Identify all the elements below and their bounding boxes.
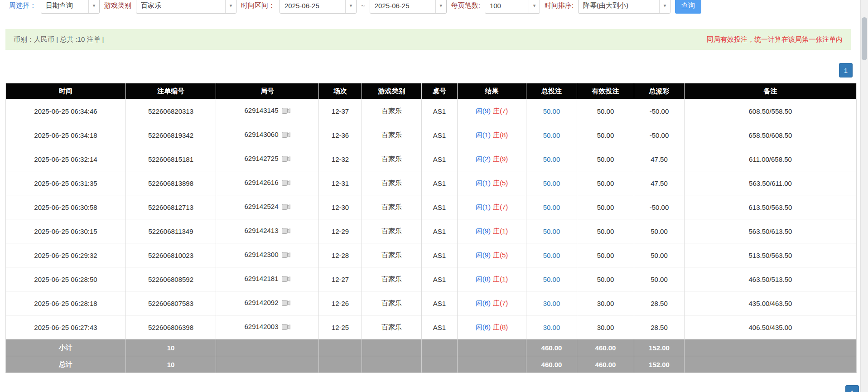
- video-replay-icon[interactable]: [282, 203, 290, 212]
- subtotal-total-bet: 460.00: [526, 339, 577, 356]
- table-row: 2025-06-25 06:32:14 522606815181 6291427…: [6, 147, 857, 171]
- cell-time: 2025-06-25 06:29:32: [6, 243, 126, 267]
- cell-payout: 47.50: [634, 147, 685, 171]
- video-replay-icon[interactable]: [282, 107, 290, 116]
- total-bet-link[interactable]: 50.00: [543, 203, 560, 211]
- empty-cell: [422, 356, 458, 373]
- video-replay-icon[interactable]: [282, 131, 290, 140]
- column-header-remark: 备注: [685, 83, 857, 99]
- total-count: 10: [126, 356, 216, 373]
- total-valid-bet: 460.00: [577, 356, 634, 373]
- cell-bet-id: 522606813898: [126, 171, 216, 195]
- page-size-select[interactable]: 100 ▾: [485, 0, 540, 14]
- video-replay-icon[interactable]: [282, 324, 290, 332]
- search-button[interactable]: 查询: [675, 0, 701, 14]
- cell-bet-id: 522606812713: [126, 195, 216, 219]
- video-replay-icon[interactable]: [282, 155, 290, 164]
- page-1-button-bottom[interactable]: 1: [845, 385, 859, 392]
- player-result: 闲(6): [476, 299, 491, 307]
- date-to-select[interactable]: 2025-06-25 ▾: [370, 0, 447, 14]
- vertical-scrollbar[interactable]: [860, 0, 868, 392]
- banker-result: 庄(1): [493, 275, 508, 283]
- cell-table-no: AS1: [422, 243, 458, 267]
- cell-table-no: AS1: [422, 171, 458, 195]
- banker-result: 庄(7): [493, 203, 508, 211]
- subtotal-row: 小计 10 460.00 460.00 152.00: [6, 339, 857, 356]
- cell-total-bet: 50.00: [526, 147, 577, 171]
- total-bet-link[interactable]: 50.00: [543, 227, 560, 235]
- total-total-bet: 460.00: [526, 356, 577, 373]
- total-bet-link[interactable]: 50.00: [543, 131, 560, 139]
- cell-bet-id: 522606820313: [126, 99, 216, 123]
- video-replay-icon[interactable]: [282, 252, 290, 260]
- cell-payout: 50.00: [634, 267, 685, 291]
- cell-time: 2025-06-25 06:28:50: [6, 267, 126, 291]
- cell-remark: 613.50/563.50: [685, 195, 857, 219]
- column-header-time: 时间: [6, 83, 126, 99]
- video-replay-icon[interactable]: [282, 227, 290, 236]
- time-sort-select[interactable]: 降幂(由大到小) ▾: [578, 0, 670, 14]
- table-row: 2025-06-25 06:27:43 522606806398 6291420…: [6, 315, 857, 339]
- cell-total-bet: 30.00: [526, 315, 577, 339]
- total-bet-link[interactable]: 50.00: [543, 276, 560, 283]
- total-bet-link[interactable]: 50.00: [543, 155, 560, 163]
- table-header-row: 时间 注单编号 局号 场次 游戏类别 桌号 结果 总投注 有效投注 总派彩 备注: [6, 83, 857, 99]
- cell-remark: 563.50/613.50: [685, 219, 857, 243]
- cell-total-bet: 50.00: [526, 99, 577, 123]
- total-bet-link[interactable]: 50.00: [543, 107, 560, 115]
- player-result: 闲(1): [476, 131, 491, 139]
- cell-total-bet: 50.00: [526, 267, 577, 291]
- cell-session: 12-37: [319, 99, 362, 123]
- table-row: 2025-06-25 06:28:18 522606807583 6291420…: [6, 291, 857, 315]
- cell-payout: 28.50: [634, 315, 685, 339]
- cell-round-id: 629142300: [216, 243, 319, 267]
- round-id-text: 629142524: [244, 203, 278, 210]
- column-header-game-type: 游戏类别: [362, 83, 422, 99]
- date-from-select[interactable]: 2025-06-25 ▾: [280, 0, 357, 14]
- video-replay-icon[interactable]: [282, 300, 290, 308]
- player-result: 闲(6): [476, 323, 491, 331]
- cell-time: 2025-06-25 06:27:43: [6, 315, 126, 339]
- cell-table-no: AS1: [422, 267, 458, 291]
- player-result: 闲(9): [476, 251, 491, 259]
- video-replay-icon[interactable]: [282, 179, 290, 188]
- cell-table-no: AS1: [422, 315, 458, 339]
- cell-bet-id: 522606815181: [126, 147, 216, 171]
- cell-round-id: 629142413: [216, 219, 319, 243]
- cell-table-no: AS1: [422, 291, 458, 315]
- cell-payout: 50.00: [634, 219, 685, 243]
- cell-result: 闲(1)庄(5): [458, 171, 526, 195]
- round-id-text: 629142092: [244, 299, 278, 306]
- total-bet-link[interactable]: 50.00: [543, 179, 560, 187]
- empty-cell: [685, 356, 857, 373]
- player-result: 闲(2): [476, 155, 491, 163]
- cell-session: 12-25: [319, 315, 362, 339]
- cell-table-no: AS1: [422, 195, 458, 219]
- chevron-down-icon: ▾: [345, 0, 356, 13]
- empty-cell: [458, 339, 526, 356]
- cell-bet-id: 522606811349: [126, 219, 216, 243]
- scrollbar-thumb[interactable]: [862, 17, 867, 60]
- cell-remark: 611.00/658.50: [685, 147, 857, 171]
- cell-round-id: 629142725: [216, 147, 319, 171]
- page-size-value: 100: [490, 2, 501, 10]
- cell-session: 12-32: [319, 147, 362, 171]
- cell-result: 闲(1)庄(7): [458, 195, 526, 219]
- total-bet-link[interactable]: 30.00: [543, 324, 560, 331]
- total-bet-link[interactable]: 30.00: [543, 300, 560, 307]
- chevron-down-icon: ▾: [88, 0, 99, 13]
- summary-bar: 币别：人民币 | 总共 :10 注单 | 同局有效投注，统一计算在该局第一张注单…: [5, 29, 851, 50]
- round-id-text: 629142181: [244, 275, 278, 282]
- total-bet-link[interactable]: 50.00: [543, 252, 560, 259]
- query-type-select[interactable]: 日期查询 ▾: [41, 0, 100, 14]
- game-category-select[interactable]: 百家乐 ▾: [136, 0, 236, 14]
- total-payout: 152.00: [634, 356, 685, 373]
- column-header-total-bet: 总投注: [526, 83, 577, 99]
- table-row: 2025-06-25 06:29:32 522606810023 6291423…: [6, 243, 857, 267]
- video-replay-icon[interactable]: [282, 276, 290, 284]
- page-1-button[interactable]: 1: [839, 63, 853, 77]
- banker-result: 庄(7): [493, 107, 508, 115]
- table-row: 2025-06-25 06:30:58 522606812713 6291425…: [6, 195, 857, 219]
- page-size-label: 每页笔数:: [451, 1, 480, 10]
- cell-total-bet: 50.00: [526, 123, 577, 147]
